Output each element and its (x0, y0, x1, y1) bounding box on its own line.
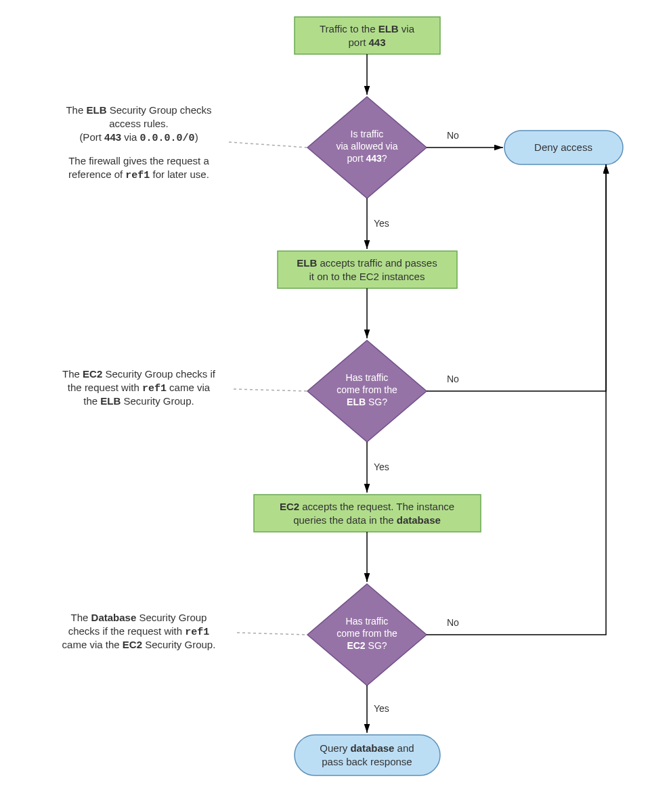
svg-text:the request with ref1 came via: the request with ref1 came via (68, 382, 211, 394)
svg-text:The ELB Security Group checks: The ELB Security Group checks (66, 104, 211, 116)
annotation-ec2-sg: The EC2 Security Group checks if the req… (62, 368, 216, 407)
decision-elb-sg: Has traffic come from the ELB SG? (307, 340, 427, 442)
annotation-db-sg: The Database Security Group checks if th… (62, 612, 216, 650)
svg-text:the ELB Security Group.: the ELB Security Group. (83, 395, 194, 407)
svg-text:checks if the request with ref: checks if the request with ref1 (68, 625, 210, 638)
process-elb-accepts: ELB accepts traffic and passes it on to … (278, 251, 457, 288)
svg-line-13 (229, 142, 307, 148)
edge-label-yes: Yes (374, 218, 389, 229)
svg-text:The Database Security Group: The Database Security Group (71, 612, 207, 623)
svg-text:come from the: come from the (337, 628, 397, 639)
svg-text:port 443?: port 443? (347, 153, 387, 164)
annotation-elb-sg: The ELB Security Group checks access rul… (66, 104, 211, 181)
svg-text:reference of ref1 for later us: reference of ref1 for later use. (68, 168, 209, 181)
svg-text:queries the data in the databa: queries the data in the database (293, 514, 441, 526)
svg-line-29 (234, 389, 307, 391)
svg-text:port 443: port 443 (348, 37, 385, 48)
svg-text:pass back response: pass back response (322, 756, 412, 767)
edge-label-no: No (447, 617, 459, 628)
terminal-deny: Deny access (504, 131, 623, 164)
svg-text:came via the EC2 Security Grou: came via the EC2 Security Group. (62, 639, 216, 650)
terminal-query-db: Query database and pass back response (295, 735, 440, 775)
svg-text:(Port 443 via 0.0.0.0/0): (Port 443 via 0.0.0.0/0) (79, 131, 198, 144)
svg-text:via allowed via: via allowed via (336, 141, 397, 152)
svg-text:Is traffic: Is traffic (351, 129, 384, 139)
svg-text:The firewall gives the request: The firewall gives the request a (68, 155, 209, 166)
svg-text:EC2 accepts the request. The i: EC2 accepts the request. The instance (280, 501, 454, 512)
svg-text:ELB SG?: ELB SG? (347, 397, 387, 407)
svg-text:Query database and: Query database and (320, 742, 414, 754)
edge-label-no: No (447, 374, 459, 384)
edge-label-yes: Yes (374, 703, 389, 714)
svg-text:come from the: come from the (337, 384, 397, 395)
svg-text:The EC2 Security Group checks : The EC2 Security Group checks if (62, 368, 216, 380)
svg-text:it on to the EC2 instances: it on to the EC2 instances (309, 271, 425, 282)
process-start: Traffic to the ELB via port 443 (295, 17, 440, 54)
decision-ec2-sg: Has traffic come from the EC2 SG? (307, 584, 427, 685)
svg-text:EC2 SG?: EC2 SG? (347, 640, 387, 651)
process-ec2-accepts: EC2 accepts the request. The instance qu… (254, 495, 481, 532)
edge-label-no: No (447, 130, 459, 141)
svg-text:Has traffic: Has traffic (346, 616, 389, 627)
svg-line-42 (237, 633, 307, 635)
svg-text:ELB accepts traffic and passes: ELB accepts traffic and passes (297, 257, 437, 269)
flowchart-canvas: Traffic to the ELB via port 443 Is traff… (0, 0, 650, 812)
svg-rect-44 (295, 735, 440, 775)
svg-text:access rules.: access rules. (109, 118, 169, 129)
svg-text:Has traffic: Has traffic (346, 372, 389, 383)
decision-port-443: Is traffic via allowed via port 443? (307, 97, 427, 198)
svg-text:Traffic to the ELB via: Traffic to the ELB via (320, 23, 415, 35)
edge-label-yes: Yes (374, 461, 389, 472)
svg-text:Deny access: Deny access (534, 141, 592, 153)
